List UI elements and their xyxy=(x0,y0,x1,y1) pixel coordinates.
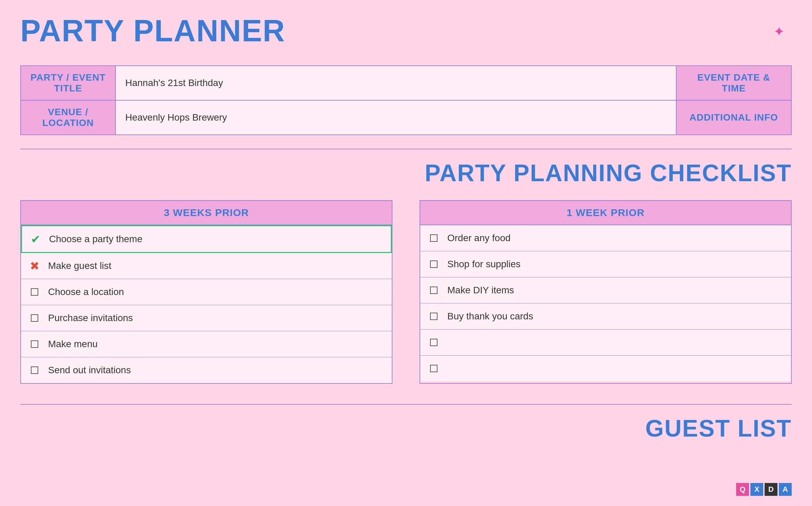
item-text: Buy thank you cards xyxy=(447,311,533,322)
item-text: Choose a location xyxy=(48,287,124,297)
item-text: Make guest list xyxy=(48,260,111,271)
list-item[interactable] xyxy=(420,330,791,356)
venue-label: VENUE / LOCATION xyxy=(21,100,115,135)
item-text: Make DIY items xyxy=(447,285,514,296)
party-title-label: PARTY / EVENT TITLE xyxy=(21,66,115,100)
list-item[interactable]: Make DIY items xyxy=(420,277,791,303)
one-week-panel: 1 WEEK PRIOR Order any food Shop for sup… xyxy=(420,200,792,384)
list-item[interactable]: Choose a location xyxy=(21,279,392,305)
checkbox-empty-icon xyxy=(28,285,41,299)
item-text: Choose a party theme xyxy=(49,234,143,245)
item-text: Make menu xyxy=(48,339,98,350)
xda-a-box: A xyxy=(779,483,792,496)
list-item[interactable]: Purchase invitations xyxy=(21,305,392,331)
checklist-container: 3 WEEKS PRIOR ✔ Choose a party theme ✖ M… xyxy=(20,200,792,384)
xda-q-box: Q xyxy=(736,483,749,496)
list-item[interactable]: Buy thank you cards xyxy=(420,303,791,330)
checkbox-empty-icon xyxy=(28,311,41,325)
checkmark-cross-icon: ✖ xyxy=(28,259,41,273)
info-table: PARTY / EVENT TITLE Hannah's 21st Birthd… xyxy=(20,65,792,135)
list-item[interactable]: Make menu xyxy=(21,331,392,357)
list-item[interactable]: ✖ Make guest list xyxy=(21,253,392,279)
xda-x-box: X xyxy=(750,483,763,496)
sparkle-icon: ✦ xyxy=(773,24,785,39)
checkmark-done-icon: ✔ xyxy=(29,232,42,246)
checkbox-empty-icon xyxy=(28,337,41,351)
app-title: PARTY PLANNER xyxy=(20,14,792,48)
checkbox-empty-icon xyxy=(427,231,441,245)
divider-1 xyxy=(20,149,792,149)
three-weeks-panel: 3 WEEKS PRIOR ✔ Choose a party theme ✖ M… xyxy=(20,200,392,384)
item-text: Send out invitations xyxy=(48,365,131,376)
checkbox-empty-icon xyxy=(28,363,41,377)
three-weeks-header: 3 WEEKS PRIOR xyxy=(21,201,392,225)
party-title-row: PARTY / EVENT TITLE Hannah's 21st Birthd… xyxy=(21,66,791,100)
xda-d-box: D xyxy=(765,483,777,496)
event-date-label: EVENT DATE & TIME xyxy=(676,66,791,100)
list-item[interactable]: ✔ Choose a party theme xyxy=(21,225,392,253)
item-text: Order any food xyxy=(447,233,511,244)
checkbox-empty-icon xyxy=(427,362,441,375)
list-item[interactable]: Shop for supplies xyxy=(420,251,791,277)
list-item[interactable]: Order any food xyxy=(420,225,791,251)
item-text: Purchase invitations xyxy=(48,313,133,323)
additional-info-label: ADDITIONAL INFO xyxy=(676,100,791,135)
list-item[interactable]: Send out invitations xyxy=(21,357,392,383)
divider-2 xyxy=(20,404,792,405)
xda-logo: Q X D A xyxy=(736,483,792,496)
checkbox-empty-icon xyxy=(427,336,441,349)
list-item[interactable] xyxy=(420,356,791,381)
checkbox-empty-icon xyxy=(427,283,441,297)
venue-row: VENUE / LOCATION Heavenly Hops Brewery A… xyxy=(21,100,791,135)
checklist-title: PARTY PLANNING CHECKLIST xyxy=(20,160,792,187)
item-text: Shop for supplies xyxy=(447,259,520,270)
checkbox-empty-icon xyxy=(427,257,441,271)
guest-list-title: GUEST LIST xyxy=(20,415,792,442)
venue-value[interactable]: Heavenly Hops Brewery xyxy=(115,100,676,135)
checkbox-empty-icon xyxy=(427,310,441,323)
party-title-value[interactable]: Hannah's 21st Birthday xyxy=(115,66,676,100)
one-week-header: 1 WEEK PRIOR xyxy=(420,201,791,225)
